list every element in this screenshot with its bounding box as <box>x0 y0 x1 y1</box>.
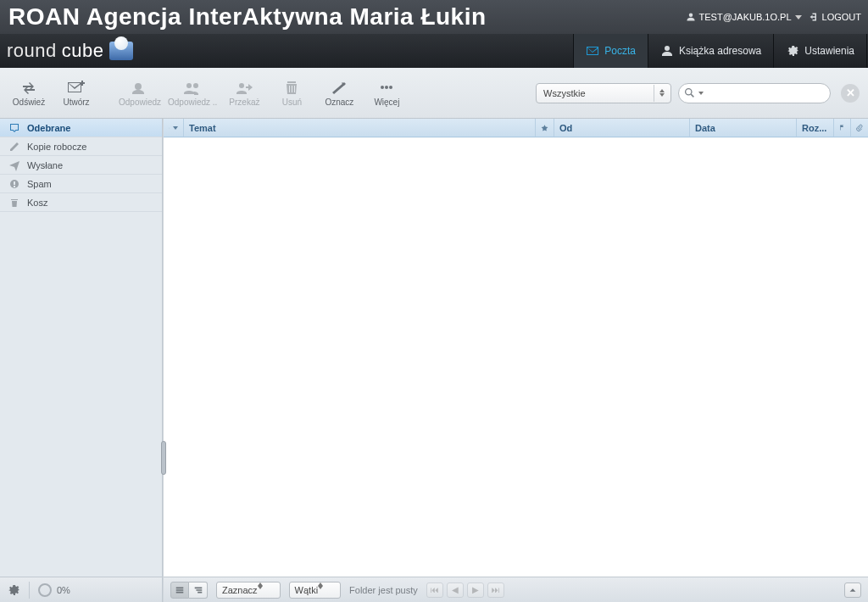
banner-right: TEST@JAKUB.1O.PL LOGOUT <box>686 12 861 22</box>
svg-point-3 <box>686 89 692 95</box>
trash-folder-icon <box>8 197 20 209</box>
folder-inbox[interactable]: Odebrane <box>0 119 162 137</box>
expand-icon <box>848 585 858 595</box>
stepper-icon <box>318 582 323 598</box>
toolbar: Odśwież Utwórz Odpowiedz Odpowiedz .. Pr… <box>0 68 868 119</box>
stepper-icon <box>258 582 263 598</box>
column-from-label: Od <box>559 123 572 133</box>
folder-sent-label: Wysłane <box>27 160 63 170</box>
folder-spam[interactable]: Spam <box>0 175 162 193</box>
page-title: ROAN Agencja InterAktywna Maria Łukin <box>8 3 487 31</box>
refresh-icon <box>19 79 39 96</box>
folder-trash[interactable]: Kosz <box>0 193 162 212</box>
svg-point-0 <box>381 86 384 89</box>
column-size[interactable]: Roz... <box>797 119 834 137</box>
replyall-icon <box>182 79 203 96</box>
logout-button[interactable]: LOGOUT <box>809 12 861 22</box>
refresh-button[interactable]: Odśwież <box>8 73 49 114</box>
delete-label: Usuń <box>282 98 302 107</box>
splitter-handle[interactable] <box>161 441 166 475</box>
caret-down-icon <box>795 15 802 20</box>
brand-text-right: cube <box>62 40 104 62</box>
folder-drafts[interactable]: Kopie robocze <box>0 137 162 156</box>
folder-sent[interactable]: Wysłane <box>0 156 162 175</box>
user-menu[interactable]: TEST@JAKUB.1O.PL <box>686 12 802 22</box>
list-options-button[interactable] <box>164 119 184 137</box>
nav-tabs: Poczta Książka adresowa Ustawienia <box>573 34 868 68</box>
column-size-label: Roz... <box>802 123 826 133</box>
list-column-headers: Temat Od Data Roz... <box>164 119 868 137</box>
select-menu[interactable]: Zaznacz <box>216 582 281 599</box>
list-view-icon <box>175 585 185 595</box>
tab-mail[interactable]: Poczta <box>573 34 648 68</box>
view-list-button[interactable] <box>170 582 189 599</box>
svg-point-1 <box>385 86 388 89</box>
view-thread-button[interactable] <box>189 582 208 599</box>
forward-icon <box>234 79 254 96</box>
search-box[interactable] <box>678 83 831 103</box>
compose-label: Utwórz <box>63 98 89 107</box>
replyall-label: Odpowiedz .. <box>168 98 217 107</box>
contacts-icon <box>660 44 674 58</box>
paperclip-icon <box>856 123 863 132</box>
delete-button: Usuń <box>271 73 312 114</box>
svg-line-4 <box>691 94 693 97</box>
gear-icon <box>786 44 799 58</box>
mark-button[interactable]: Oznacz <box>319 73 359 114</box>
user-email: TEST@JAKUB.1O.PL <box>699 12 792 22</box>
column-attachment[interactable] <box>851 119 868 137</box>
top-banner: ROAN Agencja InterAktywna Maria Łukin TE… <box>0 0 868 34</box>
column-date[interactable]: Data <box>690 119 797 137</box>
spam-icon <box>8 178 20 190</box>
column-date-label: Data <box>695 123 715 133</box>
reply-icon <box>130 79 150 96</box>
svg-rect-6 <box>14 181 15 185</box>
tab-mail-label: Poczta <box>604 45 636 57</box>
folder-drafts-label: Kopie robocze <box>27 142 86 152</box>
forward-button: Przekaż <box>224 73 264 114</box>
folder-list: Odebrane Kopie robocze Wysłane Spam <box>0 119 162 577</box>
star-icon <box>541 123 548 133</box>
flag-icon <box>839 123 845 132</box>
brand-logo-block: roundcube <box>7 34 133 68</box>
pager: ⏮ ◀ ▶ ⏭ <box>426 582 504 598</box>
column-flag-star[interactable] <box>536 119 554 137</box>
tab-settings-label: Ustawienia <box>804 45 854 57</box>
trash-icon <box>281 79 302 96</box>
svg-rect-7 <box>14 186 15 187</box>
column-subject-label: Temat <box>189 123 216 133</box>
caret-down-icon <box>173 126 178 130</box>
more-icon <box>376 79 397 96</box>
gear-small-icon <box>169 123 170 133</box>
column-from[interactable]: Od <box>554 119 690 137</box>
search-icon <box>684 87 695 98</box>
column-subject[interactable]: Temat <box>184 119 536 137</box>
page-first-button[interactable]: ⏮ <box>426 582 443 598</box>
more-label: Więcej <box>374 98 399 107</box>
tab-addressbook[interactable]: Książka adresowa <box>648 34 773 68</box>
folder-settings-button[interactable] <box>7 583 20 597</box>
main-split: Odebrane Kopie robocze Wysłane Spam <box>0 119 868 602</box>
inbox-icon <box>8 122 20 134</box>
reply-label: Odpowiedz <box>119 98 161 107</box>
page-prev-button[interactable]: ◀ <box>447 582 464 598</box>
compose-button[interactable]: Utwórz <box>56 73 97 114</box>
forward-label: Przekaż <box>229 98 259 107</box>
column-flag[interactable] <box>834 119 851 137</box>
pencil-icon <box>8 141 20 153</box>
quota-percent: 0% <box>57 585 70 595</box>
page-next-button[interactable]: ▶ <box>467 582 484 598</box>
search-input[interactable] <box>707 88 825 98</box>
logout-label: LOGOUT <box>822 12 861 22</box>
message-footer: Zaznacz Wątki Folder jest pusty ⏮ ◀ ▶ ⏭ <box>164 577 868 602</box>
mark-icon <box>329 79 349 96</box>
preview-pane-toggle[interactable] <box>844 582 861 598</box>
page-last-button[interactable]: ⏭ <box>487 582 504 598</box>
threads-menu[interactable]: Wątki <box>289 582 342 599</box>
tab-settings[interactable]: Ustawienia <box>773 34 866 68</box>
search-options-caret-icon[interactable] <box>698 92 704 95</box>
filter-select[interactable]: Wszystkie <box>536 83 671 103</box>
search-clear-button[interactable]: ✕ <box>841 84 860 103</box>
more-button[interactable]: Więcej <box>366 73 407 114</box>
view-mode-buttons <box>170 582 208 599</box>
